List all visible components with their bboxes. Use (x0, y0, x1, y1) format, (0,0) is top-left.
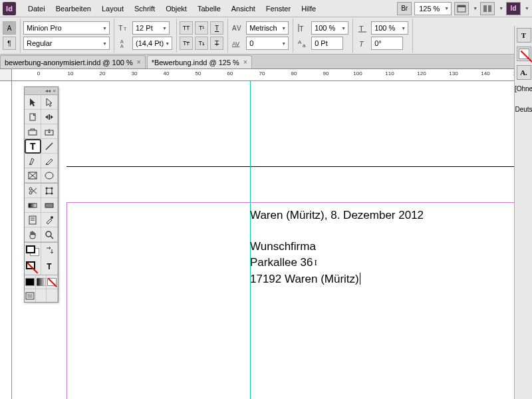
page-tool[interactable] (25, 110, 41, 124)
svg-line-21 (46, 143, 53, 150)
zoom-value: 125 % (419, 5, 440, 13)
menu-bearbeiten[interactable]: Bearbeiten (51, 2, 96, 15)
fill-color-button[interactable]: T (517, 28, 531, 43)
ruler-tick: 50 (196, 70, 201, 76)
pen-tool[interactable] (25, 154, 41, 168)
apply-none[interactable] (47, 275, 58, 289)
panel-label-deutsch: Deuts (515, 106, 532, 113)
selection-tool[interactable] (25, 95, 41, 110)
tools-panel-header[interactable]: ◂◂ × (25, 87, 58, 95)
menu-schrift[interactable]: Schrift (129, 2, 160, 15)
scissors-tool[interactable] (25, 184, 41, 198)
zoom-tool[interactable] (41, 227, 58, 242)
svg-text:T: T (359, 40, 364, 48)
dropdown-arrow-icon: ▼ (444, 6, 449, 11)
svg-rect-37 (45, 203, 53, 207)
text-frame[interactable]: Waren (Müritz), 8. Dezember 2012 Wunschf… (250, 207, 424, 288)
baseline-field[interactable]: 0 Pt (311, 37, 343, 50)
ruler-horizontal[interactable]: 0 10 20 30 40 50 60 70 80 90 100 110 120… (12, 69, 532, 81)
svg-point-34 (46, 192, 48, 194)
gradient-swatch-tool[interactable] (25, 198, 41, 213)
menu-fenster[interactable]: Fenster (261, 2, 296, 15)
menu-layout[interactable]: Layout (96, 2, 129, 15)
close-icon[interactable]: × (53, 88, 56, 94)
svg-rect-2 (483, 5, 487, 12)
line-tool[interactable] (41, 139, 58, 154)
free-transform-tool[interactable] (41, 184, 58, 198)
doc-line-company: Wunschfirma (250, 239, 424, 255)
formatting-affects[interactable]: T (41, 259, 58, 275)
ruler-origin[interactable] (0, 69, 12, 81)
font-style-dropdown[interactable]: Regular▼ (23, 37, 110, 50)
font-style-value: Regular (27, 39, 53, 47)
para-format-button[interactable]: ¶ (3, 37, 16, 50)
bridge-button[interactable]: Br (397, 2, 412, 15)
vscale-icon: T (296, 21, 309, 35)
apply-gradient[interactable] (36, 275, 47, 289)
leading-field[interactable]: (14,4 Pt)▼ (132, 37, 172, 50)
view-mode-normal[interactable] (25, 289, 36, 302)
content-collector-tool[interactable] (25, 124, 41, 139)
tools-panel[interactable]: ◂◂ × T T (24, 86, 59, 303)
close-icon[interactable]: × (137, 59, 141, 66)
font-family-dropdown[interactable]: Minion Pro▼ (23, 21, 110, 35)
document-canvas[interactable]: Waren (Müritz), 8. Dezember 2012 Wunschf… (12, 81, 532, 399)
font-size-field[interactable]: 12 Pt▼ (132, 21, 170, 35)
ruler-vertical[interactable] (0, 81, 12, 399)
svg-text:V: V (237, 25, 241, 32)
superscript-button[interactable]: T¹ (195, 21, 208, 35)
tab-doc-2[interactable]: *Bewerbung.indd @ 125 % × (147, 55, 252, 68)
hscale-field[interactable]: 100 %▼ (371, 21, 408, 35)
menu-ansicht[interactable]: Ansicht (226, 2, 261, 15)
hand-tool[interactable] (25, 227, 41, 242)
fill-stroke-swatch[interactable] (25, 243, 41, 259)
direct-selection-tool[interactable] (41, 95, 58, 110)
svg-text:A: A (120, 39, 124, 44)
content-placer-tool[interactable] (41, 124, 58, 139)
apply-color[interactable] (25, 275, 36, 289)
ruler-tick: 140 (481, 70, 489, 76)
dropdown-arrow-icon: ▼ (525, 6, 529, 11)
baseline-value: 0 Pt (315, 39, 328, 47)
gap-tool[interactable] (41, 110, 58, 124)
rectangle-tool[interactable] (41, 168, 58, 183)
screen-mode-button[interactable] (454, 2, 469, 15)
smallcaps-button[interactable]: Tᴛ (180, 37, 193, 50)
svg-point-32 (46, 187, 48, 189)
rectangle-frame-tool[interactable] (25, 168, 41, 183)
default-fill-stroke[interactable] (25, 259, 41, 275)
skew-field[interactable]: 0° (371, 37, 403, 50)
char-style-button[interactable]: A. (517, 65, 531, 80)
ruler-tick: 40 (164, 70, 170, 76)
eyedropper-tool[interactable] (41, 213, 58, 227)
underline-button[interactable]: T (210, 21, 223, 35)
close-icon[interactable]: × (243, 59, 247, 66)
stroke-color-button[interactable] (517, 47, 531, 61)
tracking-field[interactable]: 0▼ (246, 37, 289, 50)
kerning-dropdown[interactable]: Metrisch▼ (246, 21, 289, 35)
menu-hilfe[interactable]: Hilfe (296, 2, 321, 15)
menu-tabelle[interactable]: Tabelle (192, 2, 226, 15)
vscale-field[interactable]: 100 %▼ (311, 21, 348, 35)
right-panel-dock[interactable]: T A. [Ohne Deuts (514, 26, 532, 399)
menu-datei[interactable]: Datei (23, 2, 51, 15)
svg-text:A: A (298, 39, 302, 45)
allcaps-button[interactable]: TT (180, 21, 193, 35)
tab-doc-1[interactable]: bewerbung-anonymisiert.indd @ 100 % × (0, 55, 146, 68)
svg-text:A: A (232, 25, 237, 32)
menu-objekt[interactable]: Objekt (160, 2, 192, 15)
workspace-button[interactable]: Id (506, 2, 521, 15)
strikethrough-button[interactable]: T (210, 37, 223, 50)
gradient-feather-tool[interactable] (41, 198, 58, 213)
type-tool[interactable]: T (25, 139, 41, 154)
zoom-level[interactable]: 125 %▼ (414, 2, 452, 15)
ruler-tick: 120 (417, 70, 426, 76)
char-format-button[interactable]: A (3, 21, 16, 35)
pencil-tool[interactable] (41, 154, 58, 168)
svg-rect-44 (37, 278, 46, 286)
note-tool[interactable] (25, 213, 41, 227)
collapse-icon[interactable]: ◂◂ (45, 88, 51, 94)
arrange-button[interactable] (480, 2, 495, 15)
subscript-button[interactable]: T₁ (195, 37, 208, 50)
swap-fill-stroke[interactable] (41, 243, 58, 259)
